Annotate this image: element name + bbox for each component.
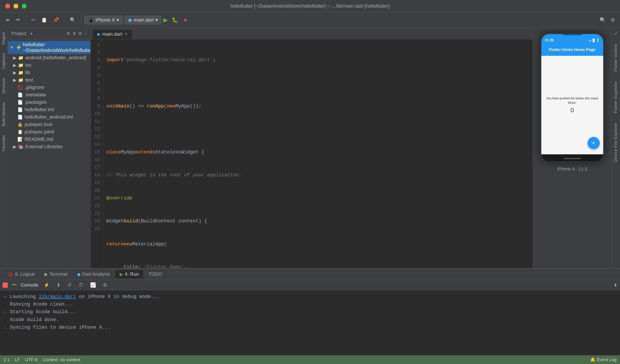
code-line-8: Widget build(BuildContext context) { — [106, 217, 529, 225]
back-button[interactable]: ⬅ — [3, 16, 12, 24]
expand-icon[interactable]: ⬆ — [73, 31, 76, 36]
ln-16: 16 — [91, 156, 100, 164]
panel-header: Project ▾ ⚙ ⬆ ⚙ − — [8, 28, 91, 39]
ln-19: 19 — [91, 179, 100, 187]
external-label: External Libraries — [25, 144, 62, 150]
sync-icon[interactable]: ⚙ — [66, 31, 70, 36]
phone-fab[interactable]: + — [588, 137, 600, 149]
project-panel: Project ▾ ⚙ ⬆ ⚙ − ▼ ⚡ helloflutter ~/Dat… — [8, 28, 91, 277]
tree-item-gitignore[interactable]: 🚫 .gitignore — [8, 84, 91, 91]
tab-run[interactable]: ▶ 4: Run — [115, 270, 143, 278]
code-line-1: import 'package:flutter/material.dart'; — [106, 56, 529, 64]
search-button[interactable]: 🔍 — [68, 16, 78, 24]
paste-button[interactable]: 📌 — [51, 16, 61, 24]
tree-item-test[interactable]: ▶ 📁 test — [8, 76, 91, 84]
ln-25: 25 — [91, 225, 100, 233]
phone-app-title: Flutter Demo Home Page — [549, 47, 595, 52]
event-log-icon: 🔔 — [590, 357, 596, 362]
ln-1: 1 — [91, 41, 100, 49]
tree-item-android-iml[interactable]: 📄 helloflutter_android.iml — [8, 113, 91, 121]
up-arrow-button[interactable]: ⬆ — [55, 281, 62, 289]
copy-button[interactable]: 📋 — [39, 16, 49, 24]
ln-2: 2 — [91, 49, 100, 56]
close-panel-icon[interactable]: − — [85, 31, 87, 36]
ln-13: 13 — [91, 133, 100, 141]
tree-item-pubspec-lock[interactable]: 🔒 pubspec.lock — [8, 121, 91, 128]
gitignore-icon: 🚫 — [17, 85, 23, 90]
dart-analysis-label: Dart Analysis — [82, 271, 110, 277]
gitignore-label: .gitignore — [25, 85, 45, 90]
structure-icon[interactable]: Structure — [1, 76, 6, 95]
lock-icon: 🔒 — [17, 122, 23, 127]
minimize-button[interactable] — [14, 4, 18, 9]
chart-button[interactable]: 📈 — [88, 281, 98, 289]
lightning-button[interactable]: ⚡ — [42, 281, 51, 289]
tab-todo[interactable]: TODO — [144, 270, 167, 278]
tab-logcat[interactable]: 🐞 6: Logcat — [3, 270, 39, 278]
tree-item-lib[interactable]: ▶ 📁 lib — [8, 69, 91, 76]
external-lib-icon: 📚 — [18, 144, 24, 149]
ln-17: 17 — [91, 164, 100, 171]
event-log[interactable]: 🔔 Event Log — [590, 357, 617, 362]
device-selector[interactable]: 📱 iPhone X ▾ — [84, 16, 123, 24]
console-text-5: Syncing files to device iPhone X... — [10, 324, 110, 331]
arrow-right-icon-5: ▶ — [13, 144, 16, 149]
device-file-explorer-label[interactable]: Device File Explorer — [613, 120, 618, 165]
cut-button[interactable]: ✂ — [29, 16, 37, 24]
code-line-4 — [106, 125, 529, 133]
tree-item-readme[interactable]: 📝 README.md — [8, 136, 91, 143]
logcat-label: 6: Logcat — [15, 271, 35, 277]
file-tab[interactable]: ◆ main.dart ▾ — [124, 16, 162, 24]
window-controls[interactable] — [5, 4, 27, 9]
project-icon[interactable]: Project — [1, 30, 6, 46]
tree-item-pubspec-yaml[interactable]: 📋 pubspec.yaml — [8, 128, 91, 136]
ln-23: 23 — [91, 210, 100, 217]
refresh-button[interactable]: ↺ — [66, 281, 73, 289]
favorites-icon[interactable]: Favorites — [1, 133, 6, 153]
panel-header-dropdown[interactable]: ▾ — [31, 31, 32, 36]
tree-item-packages[interactable]: 📄 .packages — [8, 99, 91, 106]
tree-root[interactable]: ▼ ⚡ helloflutter ~/Datas/AndroidWork/hel… — [8, 41, 91, 54]
tab-dart-analysis[interactable]: ◆ Dart Analysis — [73, 270, 114, 278]
console-text-4: Xcode build done. — [10, 316, 59, 324]
tab-close-icon[interactable]: ✕ — [124, 32, 128, 37]
title-bar: helloflutter [~/Datas/AndroidWork/hellof… — [0, 0, 620, 12]
run-button[interactable]: ▶ — [163, 16, 168, 24]
settings-icon[interactable]: ⚙ — [78, 31, 82, 36]
stop-button[interactable]: ■ — [182, 16, 189, 24]
tree-item-android[interactable]: ▶ 📁 android [helloflutter_android] — [8, 54, 91, 61]
bottom-tab-bar: 🐞 6: Logcat ▶ Terminal ◆ Dart Analysis ▶… — [0, 269, 620, 280]
flutter-inspector-label[interactable]: Flutter Inspector — [613, 78, 618, 116]
editor-tab-label: main.dart — [102, 31, 122, 37]
global-search-button[interactable]: 🔍 — [598, 16, 607, 24]
tree-item-external[interactable]: ▶ 📚 External Libraries — [8, 143, 91, 150]
tree-item-ios[interactable]: ▶ 📁 ios — [8, 61, 91, 69]
console-tab-icon: 📟 — [11, 282, 17, 288]
maximize-button[interactable] — [22, 4, 27, 9]
window-title: helloflutter [~/Datas/AndroidWork/hellof… — [231, 3, 389, 9]
forward-button[interactable]: ⮕ — [14, 16, 23, 24]
console-text-3: Starting Xcode build... — [10, 308, 76, 316]
captures-icon[interactable]: Captures — [1, 51, 6, 71]
arrow-down-icon-2: ↓ — [3, 324, 6, 331]
settings-button[interactable]: ⚙ — [609, 16, 617, 24]
build-variants-icon[interactable]: Build Variants — [1, 101, 6, 128]
tab-terminal[interactable]: ▶ Terminal — [40, 270, 72, 278]
wifi-icon: ▲ — [589, 39, 592, 42]
scroll-icon: ⬇ — [614, 283, 617, 288]
phone-notch — [563, 34, 582, 35]
close-button[interactable] — [5, 4, 10, 9]
timer-button[interactable]: ⏱ — [77, 281, 85, 289]
spacer — [3, 301, 6, 308]
code-content[interactable]: import 'package:flutter/material.dart'; … — [103, 39, 533, 277]
filter-button[interactable]: ⚙ — [101, 281, 109, 289]
tree-item-iml[interactable]: 📄 helloflutter.iml — [8, 106, 91, 113]
tree-item-metadata[interactable]: 📄 .metadata — [8, 91, 91, 99]
editor-tab-main-dart[interactable]: ◆ main.dart ✕ — [93, 30, 132, 39]
main-dart-link[interactable]: lib/main.dart — [39, 294, 76, 300]
flutter-outline-label[interactable]: Flutter Outline — [613, 41, 618, 74]
ln-6: 6 — [91, 79, 100, 87]
console-stop-button[interactable] — [3, 283, 8, 288]
status-encoding: UTF-8 — [25, 357, 37, 362]
debug-button[interactable]: 🐛 — [170, 16, 180, 24]
